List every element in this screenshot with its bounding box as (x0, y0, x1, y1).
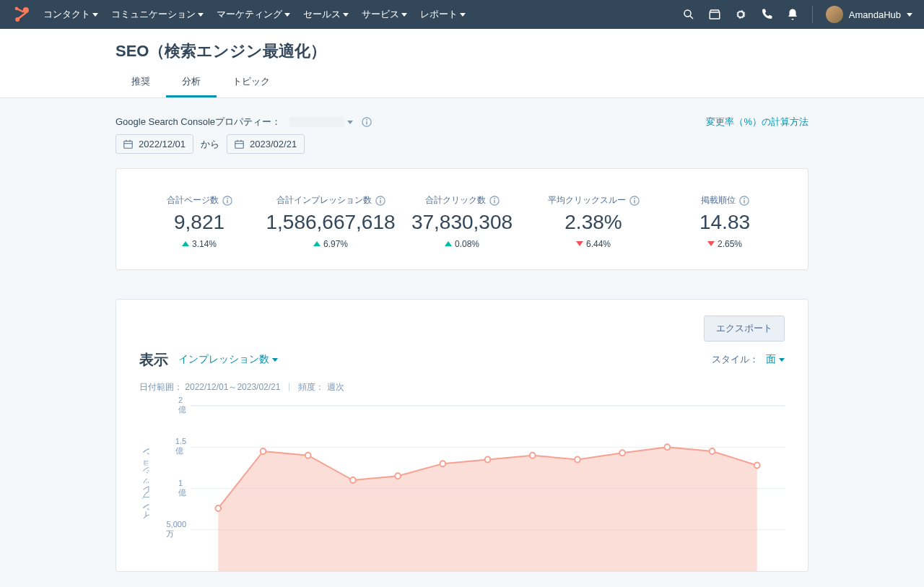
metrics-card: 合計ページ数9,8213.14%合計インプレッション数1,586,667,618… (116, 168, 808, 270)
date-separator: から (201, 138, 219, 151)
arrow-up-icon (445, 241, 452, 246)
svg-rect-14 (380, 200, 380, 203)
nav-divider (812, 6, 813, 23)
metric: 合計クリック数37,830,3080.08% (396, 194, 528, 249)
svg-point-28 (350, 477, 356, 483)
bell-icon[interactable] (786, 8, 799, 21)
svg-point-21 (634, 198, 635, 199)
content: Google Search Consoleプロパティー： 変更率（%）の計算方法… (0, 98, 924, 587)
svg-point-35 (664, 444, 670, 450)
tab-analytics[interactable]: 分析 (166, 66, 217, 97)
svg-rect-6 (366, 121, 367, 124)
date-to-input[interactable]: 2023/02/21 (227, 134, 305, 154)
svg-point-25 (215, 505, 221, 510)
info-icon[interactable] (739, 196, 749, 206)
tab-recommendations[interactable]: 推奨 (116, 66, 166, 97)
chart-series-select[interactable]: インプレッション数 (178, 353, 278, 366)
date-row: 2022/12/01 から 2023/02/21 (116, 134, 808, 154)
arrow-up-icon (313, 241, 321, 246)
settings-icon[interactable] (734, 8, 747, 21)
chart-title: 表示 (139, 350, 168, 370)
nav-right: AmandaHub (682, 6, 912, 23)
y-ticks: 2億1.5億1億5,000万 (153, 405, 191, 571)
info-icon[interactable] (222, 196, 232, 206)
metric-delta: 0.08% (445, 239, 479, 249)
property-label: Google Search Consoleプロパティー： (116, 116, 281, 129)
svg-point-31 (485, 456, 491, 462)
nav-communication[interactable]: コミュニケーション (111, 8, 204, 21)
svg-point-34 (619, 450, 625, 456)
calendar-icon (123, 139, 133, 149)
y-axis-label: インプレッション (139, 405, 153, 571)
svg-point-26 (261, 448, 266, 453)
metric-label: 掲載順位 (701, 194, 749, 206)
metric-value: 2.38% (528, 211, 659, 234)
metric: 平均クリックスルー2.38%6.44% (528, 194, 659, 249)
metric-value: 37,830,308 (396, 211, 528, 234)
date-from-input[interactable]: 2022/12/01 (116, 134, 193, 154)
nav-sales[interactable]: セールス (303, 8, 349, 21)
arrow-down-icon (707, 241, 715, 246)
metric-delta: 6.97% (313, 239, 348, 249)
chart-toolbar: エクスポート (139, 316, 785, 342)
chart-meta: 日付範囲： 2022/12/01～2023/02/21 頻度： 週次 (139, 381, 785, 393)
svg-rect-8 (124, 141, 132, 148)
metric: 合計インプレッション数1,586,667,6186.97% (265, 194, 396, 249)
arrow-down-icon (576, 241, 583, 246)
metric: 掲載順位14.832.65% (659, 194, 790, 249)
svg-rect-17 (494, 200, 494, 203)
arrow-up-icon (182, 241, 189, 246)
nav-contacts[interactable]: コンタクト (43, 8, 98, 21)
svg-point-12 (227, 198, 228, 199)
property-value-redacted (289, 117, 344, 127)
nav-service[interactable]: サービス (362, 8, 407, 21)
marketplace-icon[interactable] (708, 8, 721, 21)
user-menu[interactable]: AmandaHub (826, 6, 912, 23)
chart-style-select[interactable]: 面 (766, 353, 785, 366)
svg-point-27 (305, 452, 311, 458)
search-icon[interactable] (682, 8, 695, 21)
info-icon[interactable] (489, 196, 500, 206)
tab-topics[interactable]: トピック (217, 66, 286, 97)
style-label: スタイル： (712, 353, 759, 366)
calendar-icon (235, 139, 244, 149)
metric-delta: 6.44% (576, 239, 611, 249)
svg-point-3 (684, 10, 691, 17)
info-icon[interactable] (362, 117, 372, 127)
info-icon[interactable] (629, 196, 640, 206)
nav-items: コンタクト コミュニケーション マーケティング セールス サービス レポート (43, 8, 682, 21)
export-button[interactable]: エクスポート (704, 316, 785, 342)
top-nav: コンタクト コミュニケーション マーケティング セールス サービス レポート A… (0, 0, 924, 29)
metric-label: 合計クリック数 (425, 194, 500, 206)
info-icon[interactable] (375, 196, 385, 206)
svg-rect-23 (744, 200, 744, 203)
metric-value: 14.83 (659, 211, 790, 234)
metric-label: 平均クリックスルー (548, 194, 640, 206)
metric: 合計ページ数9,8213.14% (134, 194, 265, 249)
svg-point-0 (23, 7, 29, 13)
svg-point-32 (530, 452, 536, 458)
metric-delta: 3.14% (182, 239, 217, 249)
calc-method-link[interactable]: 変更率（%）の計算方法 (706, 116, 808, 129)
metric-delta: 2.65% (707, 239, 742, 249)
nav-marketing[interactable]: マーケティング (217, 8, 290, 21)
page-title: SEO（検索エンジン最適化） (116, 29, 808, 66)
metric-value: 1,586,667,618 (265, 211, 396, 234)
phone-icon[interactable] (760, 8, 773, 21)
chart-header: 表示 インプレッション数 スタイル： 面 (139, 350, 785, 370)
svg-point-18 (494, 198, 495, 199)
svg-point-36 (710, 448, 715, 453)
property-filter: Google Search Consoleプロパティー： (116, 116, 372, 129)
chart-area: インプレッション 2億1.5億1億5,000万 (139, 405, 785, 571)
username: AmandaHub (849, 9, 901, 20)
chart-header-left: 表示 インプレッション数 (139, 350, 278, 370)
property-select[interactable] (287, 116, 356, 129)
plot (191, 405, 785, 571)
svg-point-30 (440, 461, 445, 466)
svg-rect-11 (227, 200, 227, 203)
filters-row: Google Search Consoleプロパティー： 変更率（%）の計算方法 (116, 116, 808, 129)
hubspot-logo[interactable] (12, 4, 32, 25)
nav-reports[interactable]: レポート (420, 8, 466, 21)
svg-rect-20 (634, 200, 635, 203)
area-chart (191, 406, 785, 571)
